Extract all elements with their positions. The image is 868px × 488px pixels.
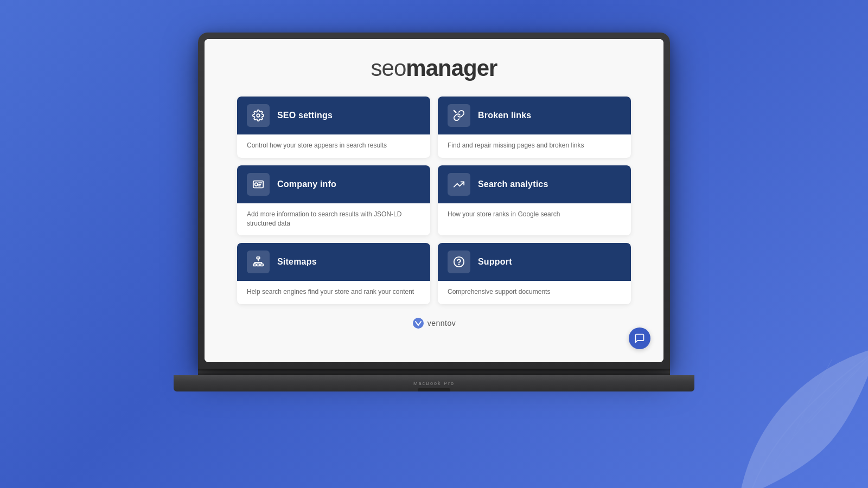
support-icon [453,256,465,268]
card-support-header: Support [438,243,631,281]
id-card-icon [252,178,264,190]
svg-point-11 [255,183,258,186]
card-seo-settings-title: SEO settings [277,111,333,120]
card-broken-links[interactable]: Broken links Find and repair missing pag… [438,97,631,158]
card-sitemaps[interactable]: Sitemaps Help search engines find your s… [237,243,430,304]
venntov-text: venntov [427,319,456,328]
card-support-desc: Comprehensive support documents [448,287,621,297]
broken-link-icon [453,110,465,121]
chart-icon [453,178,465,190]
logo-manager: manager [406,55,497,81]
card-company-info-header: Company info [237,165,430,203]
card-company-info-title: Company info [277,179,336,189]
card-search-analytics-icon-wrap [448,173,470,196]
svg-point-18 [413,318,424,329]
laptop-base: MacBook Pro [174,375,694,391]
venntov-logo: venntov [412,317,456,329]
card-support-icon-wrap [448,251,470,273]
chat-support-button[interactable] [629,328,650,349]
laptop-screen-bezel: seomanager [198,33,670,369]
laptop-notch [418,388,450,391]
card-company-info-body: Add more information to search results w… [237,203,430,236]
card-search-analytics[interactable]: Search analytics How your store ranks in… [438,165,631,236]
bg-leaf-decoration [716,336,868,488]
logo-seo: seo [371,55,406,81]
card-seo-settings-body: Control how your store appears in search… [237,134,430,158]
card-company-info-desc: Add more information to search results w… [247,210,420,228]
card-seo-settings[interactable]: SEO settings Control how your store appe… [237,97,430,158]
card-broken-links-desc: Find and repair missing pages and broken… [448,141,621,150]
laptop-screen-inner: seomanager [205,39,663,362]
card-search-analytics-header: Search analytics [438,165,631,203]
laptop-model-label: MacBook Pro [413,381,455,386]
card-sitemaps-icon-wrap [247,251,270,273]
card-sitemaps-body: Help search engines find your store and … [237,281,430,304]
card-sitemaps-title: Sitemaps [277,257,317,267]
gear-icon [252,110,264,121]
card-sitemaps-header: Sitemaps [237,243,430,281]
card-support-body: Comprehensive support documents [438,281,631,304]
card-company-info[interactable]: Company info Add more information to sea… [237,165,430,236]
card-company-info-icon-wrap [247,173,270,196]
cards-grid: SEO settings Control how your store appe… [237,97,631,304]
screen-content: seomanager [205,39,663,362]
card-broken-links-icon-wrap [448,104,470,127]
card-support[interactable]: Support Comprehensive support documents [438,243,631,304]
app-logo: seomanager [237,55,631,81]
card-seo-settings-desc: Control how your store appears in search… [247,141,420,150]
card-seo-settings-icon-wrap [247,104,270,127]
svg-line-9 [454,111,456,113]
card-search-analytics-desc: How your store ranks in Google search [448,210,621,219]
venntov-icon [412,317,424,329]
card-support-title: Support [478,257,512,267]
laptop-frame: seomanager [190,33,678,455]
card-search-analytics-body: How your store ranks in Google search [438,203,631,227]
logo-area: seomanager [237,39,631,97]
card-broken-links-body: Find and repair missing pages and broken… [438,134,631,158]
svg-point-8 [257,114,260,117]
app-content: seomanager [205,39,663,362]
card-search-analytics-title: Search analytics [478,179,548,189]
card-broken-links-title: Broken links [478,111,531,120]
card-sitemaps-desc: Help search engines find your store and … [247,287,420,297]
svg-rect-14 [257,264,260,266]
card-seo-settings-header: SEO settings [237,97,430,134]
card-broken-links-header: Broken links [438,97,631,134]
laptop-hinge [198,369,670,375]
sitemap-icon [252,256,264,268]
chat-icon [634,333,645,344]
